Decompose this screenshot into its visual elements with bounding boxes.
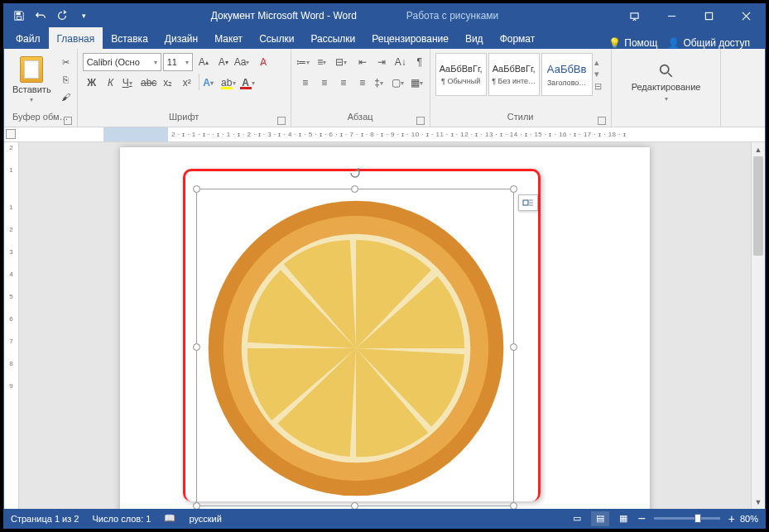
print-layout-icon[interactable]: ▤ <box>591 511 609 526</box>
handle-top[interactable] <box>351 185 358 193</box>
undo-icon[interactable] <box>31 6 50 26</box>
tab-file[interactable]: Файл <box>7 27 49 49</box>
align-center-icon[interactable]: ≡ <box>315 74 334 92</box>
zoom-in-button[interactable]: + <box>728 512 735 525</box>
ruler-numbers: 2 · ɪ · 1 · ɪ · · ɪ · 1 · ɪ · 2 · ɪ · 3 … <box>168 131 626 138</box>
maximize-icon[interactable] <box>690 4 728 27</box>
align-left-icon[interactable]: ≡ <box>296 74 315 92</box>
handle-top-right[interactable] <box>510 185 517 193</box>
align-right-icon[interactable]: ≡ <box>334 74 353 92</box>
paste-button[interactable]: Вставить ▾ <box>7 51 56 108</box>
change-case-icon[interactable]: Aa▾ <box>234 53 252 71</box>
font-size-combo[interactable]: 11▾ <box>163 53 193 71</box>
italic-button[interactable]: К <box>102 74 120 92</box>
rotate-handle-icon[interactable] <box>348 166 362 180</box>
zoom-slider[interactable] <box>654 517 720 520</box>
handle-left[interactable] <box>193 343 200 351</box>
word-count[interactable]: Число слов: 1 <box>92 514 151 524</box>
clear-format-icon[interactable]: A̷ <box>254 53 272 71</box>
layout-options-icon[interactable] <box>518 194 538 211</box>
tab-view[interactable]: Вид <box>457 27 492 49</box>
picture-selection[interactable] <box>196 189 514 506</box>
borders-icon[interactable]: ▦▾ <box>411 74 429 92</box>
scroll-thumb[interactable] <box>753 156 763 256</box>
handle-top-left[interactable] <box>193 185 200 193</box>
tab-insert[interactable]: Вставка <box>103 27 156 49</box>
handle-right[interactable] <box>510 343 517 351</box>
tab-home[interactable]: Главная <box>49 27 103 49</box>
bold-button[interactable]: Ж <box>83 74 101 92</box>
handle-bottom-right[interactable] <box>510 502 517 509</box>
styles-dialog-icon[interactable] <box>598 117 606 125</box>
justify-icon[interactable]: ≡ <box>353 74 372 92</box>
svg-rect-9 <box>523 200 528 205</box>
indent-icon[interactable]: ⇥ <box>372 53 391 71</box>
superscript-button[interactable]: x² <box>178 74 196 92</box>
tell-me-search[interactable]: 💡Помощ <box>608 37 657 49</box>
text-effects-icon[interactable]: A▾ <box>202 74 220 92</box>
underline-button[interactable]: Ч▾ <box>121 74 139 92</box>
pilcrow-icon[interactable]: ¶ <box>411 53 429 71</box>
line-spacing-icon[interactable]: ‡▾ <box>372 74 391 92</box>
close-icon[interactable] <box>728 4 765 27</box>
style-normal[interactable]: АаБбВвГг,¶ Обычный <box>435 53 487 96</box>
format-painter-icon[interactable]: 🖌 <box>59 89 74 104</box>
scroll-down-icon[interactable]: ▼ <box>752 495 765 509</box>
tab-layout[interactable]: Макет <box>206 27 251 49</box>
redo-icon[interactable] <box>52 6 72 26</box>
qat-more-icon[interactable]: ▾ <box>74 6 94 26</box>
subscript-button[interactable]: x₂ <box>159 74 177 92</box>
handle-bottom[interactable] <box>351 502 358 509</box>
scroll-up-icon[interactable]: ▲ <box>752 142 765 156</box>
multilevel-icon[interactable]: ⊟▾ <box>334 53 353 71</box>
tab-format[interactable]: Формат <box>492 27 544 49</box>
vertical-scrollbar[interactable]: ▲ ▼ <box>751 142 765 509</box>
clipboard-icon <box>20 56 43 83</box>
read-mode-icon[interactable]: ▭ <box>568 511 586 526</box>
handle-bottom-left[interactable] <box>193 502 200 509</box>
tab-selector-icon[interactable] <box>6 129 16 139</box>
clipboard-dialog-icon[interactable] <box>64 117 72 125</box>
share-button[interactable]: 👤Общий доступ <box>667 37 750 49</box>
dedent-icon[interactable]: ⇤ <box>353 53 372 71</box>
style-heading1[interactable]: АаБбВвЗаголово… <box>541 53 593 96</box>
tab-references[interactable]: Ссылки <box>251 27 302 49</box>
font-color-icon[interactable]: A▾ <box>240 74 258 92</box>
vertical-ruler[interactable]: 21123456789 <box>4 142 19 509</box>
bullets-icon[interactable]: ≔▾ <box>296 53 315 71</box>
tab-design[interactable]: Дизайн <box>156 27 206 49</box>
font-dialog-icon[interactable] <box>277 117 286 125</box>
save-icon[interactable] <box>9 6 29 26</box>
spell-check-icon[interactable]: 📖 <box>164 513 175 524</box>
horizontal-ruler[interactable]: 2 · ɪ · 1 · ɪ · · ɪ · 1 · ɪ · 2 · ɪ · 3 … <box>4 127 765 142</box>
orange-slice-image <box>205 198 507 499</box>
font-name-combo[interactable]: Calibri (Осно▾ <box>83 53 161 71</box>
find-button[interactable]: Редактирование ▾ <box>627 55 706 111</box>
sort-icon[interactable]: A↓ <box>392 53 410 71</box>
page-indicator[interactable]: Страница 1 из 2 <box>11 514 79 524</box>
web-layout-icon[interactable]: ▦ <box>614 511 632 526</box>
numbering-icon[interactable]: ≡▾ <box>315 53 334 71</box>
ribbon: Вставить ▾ ✂ ⎘ 🖌 Буфер обм… Calibri (Осн… <box>4 49 765 127</box>
style-nospacing[interactable]: АаБбВвГг,¶ Без инте… <box>488 53 540 96</box>
ribbon-tabs: Файл Главная Вставка Дизайн Макет Ссылки… <box>4 27 765 49</box>
paragraph-dialog-icon[interactable] <box>416 117 425 125</box>
tab-mailings[interactable]: Рассылки <box>302 27 363 49</box>
shrink-font-icon[interactable]: A▾ <box>214 53 233 71</box>
zoom-out-button[interactable]: − <box>637 511 645 526</box>
zoom-level[interactable]: 80% <box>740 514 758 524</box>
highlight-icon[interactable]: ab▾ <box>221 74 239 92</box>
ribbon-options-icon[interactable] <box>616 4 653 27</box>
cut-icon[interactable]: ✂ <box>59 55 74 69</box>
copy-icon[interactable]: ⎘ <box>59 72 74 87</box>
app-window: ▾ Документ Microsoft Word - Word Работа … <box>3 3 766 529</box>
shading-icon[interactable]: ▢▾ <box>392 74 410 92</box>
tab-review[interactable]: Рецензирование <box>363 27 457 49</box>
document-canvas[interactable] <box>19 142 751 509</box>
bulb-icon: 💡 <box>608 37 621 49</box>
grow-font-icon[interactable]: A▴ <box>195 53 213 71</box>
styles-gallery-more[interactable]: ▴▾⊟ <box>594 53 606 96</box>
language-indicator[interactable]: русский <box>189 514 221 524</box>
strike-button[interactable]: abc <box>140 74 158 92</box>
minimize-icon[interactable] <box>653 4 690 27</box>
